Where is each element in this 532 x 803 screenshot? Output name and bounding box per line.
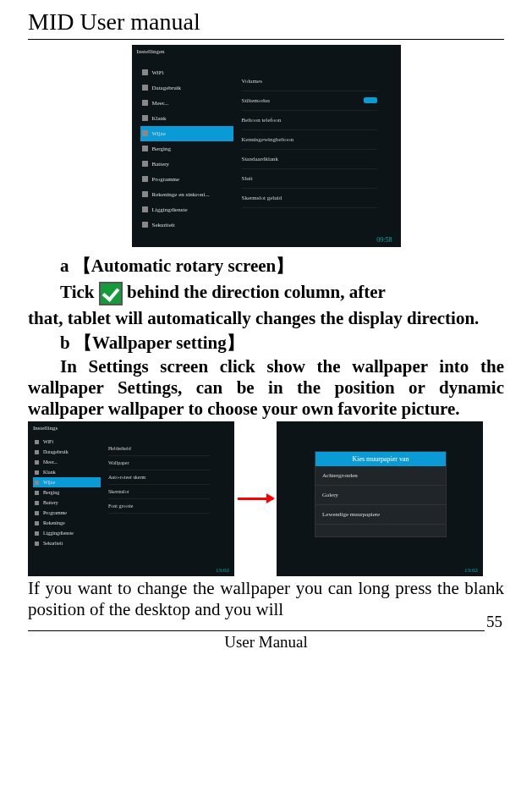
toggle-icon xyxy=(364,97,377,103)
sidebar-item: WiFi xyxy=(33,437,101,447)
dialog-option: Achtergronden xyxy=(315,466,446,486)
screenshot2-content: Helderheid Wallpaper Auto-roteer skerm S… xyxy=(108,442,210,514)
sidebar-item: Rekeninge en sinkroni... xyxy=(140,187,233,202)
tick-prefix: Tick xyxy=(60,282,99,302)
sidebar-item: Berging xyxy=(33,487,101,498)
wallpaper-dialog: Kies muurpapier van Achtergronden Galery… xyxy=(315,451,447,537)
content-row: Stiltemodus xyxy=(242,91,377,111)
sidebar-item: Datagebruik xyxy=(140,80,233,96)
content-row: Skermslot geluid xyxy=(242,189,377,208)
content-row: Volumes xyxy=(242,72,377,91)
figure-settings-screenshot: Instellingen WiFi Datagebruik Meer... Kl… xyxy=(28,45,504,247)
sidebar-item: Rekeninge xyxy=(33,518,101,528)
header-divider xyxy=(28,39,504,40)
screenshot2-sidebar: WiFi Datagebruik Meer... Klank Wijze Ber… xyxy=(33,437,101,548)
arrow-right-icon xyxy=(238,498,273,500)
content-row: Sluit xyxy=(242,169,377,189)
page-footer: 55 User Manual xyxy=(28,630,504,652)
screenshot1-content: Volumes Stiltemodus Beltoon telefoon Ken… xyxy=(242,72,377,208)
screenshot2-time: 13:02 xyxy=(216,567,229,574)
screenshot3-time: 13:02 xyxy=(464,567,478,574)
content-row: Auto-roteer skerm xyxy=(108,470,210,485)
screenshot-wallpaper-dialog: Kies muurpapier van Achtergronden Galery… xyxy=(277,421,483,576)
sidebar-item: Meer... xyxy=(33,457,101,467)
section-b-heading: b 【Wallpaper setting】 xyxy=(28,331,504,355)
dialog-option: Galery xyxy=(315,486,446,505)
sidebar-item-selected: Wijze xyxy=(33,477,101,487)
dialog-option: Lewendige muurpapiere xyxy=(315,505,446,525)
screenshot1-time: 09:58 xyxy=(376,236,392,244)
content-row: Beltoon telefoon xyxy=(242,111,377,130)
section-a-body-cont: that, tablet will automatically changes … xyxy=(28,308,504,329)
sidebar-item: Programme xyxy=(140,172,233,187)
sidebar-item: Programme xyxy=(33,508,101,518)
content-row: Skermslot xyxy=(108,485,210,499)
checkbox-checked-icon xyxy=(99,282,123,305)
sidebar-item: Sekuriteit xyxy=(140,217,233,233)
sidebar-item: Berging xyxy=(140,141,233,157)
sidebar-item: WiFi xyxy=(140,65,233,80)
section-a-heading: a 【Automatic rotary screen】 xyxy=(28,254,504,278)
content-row: Wallpaper xyxy=(108,456,210,470)
figure-two-screenshots: Instellings WiFi Datagebruik Meer... Kla… xyxy=(28,421,504,576)
closing-paragraph: If you want to change the wallpaper you … xyxy=(28,578,504,620)
sidebar-item: Klank xyxy=(33,467,101,477)
document-title: MID User manual xyxy=(28,8,504,36)
sidebar-item: Meer... xyxy=(140,96,233,111)
sidebar-item: Liggingdienste xyxy=(140,202,233,217)
page-number: 55 xyxy=(485,613,504,631)
sidebar-item: Klank xyxy=(140,111,233,126)
screenshot-settings-sound: Instellingen WiFi Datagebruik Meer... Kl… xyxy=(132,45,401,247)
section-a-tick-line: Tick behind the direction column, after xyxy=(28,279,504,306)
sidebar-item: Sekuriteit xyxy=(33,538,101,548)
sidebar-item: Battery xyxy=(33,498,101,508)
screenshot2-title: Instellings xyxy=(33,425,58,432)
content-row: Helderheid xyxy=(108,442,210,456)
content-row: Kennisgewingbeltoon xyxy=(242,130,377,150)
section-b-body: In Settings screen click show the wallpa… xyxy=(28,356,504,420)
screenshot1-title: Instellingen xyxy=(137,48,165,55)
footer-label: User Manual xyxy=(28,633,504,652)
sidebar-item-selected: Wijze xyxy=(140,126,233,141)
sidebar-item: Battery xyxy=(140,157,233,172)
sidebar-item: Datagebruik xyxy=(33,447,101,457)
screenshot-display-settings: Instellings WiFi Datagebruik Meer... Kla… xyxy=(28,421,234,576)
screenshot1-sidebar: WiFi Datagebruik Meer... Klank Wijze Ber… xyxy=(140,65,233,233)
sidebar-item: Liggingdienste xyxy=(33,528,101,538)
content-row: Standaardklank xyxy=(242,150,377,169)
content-row: Font grootte xyxy=(108,499,210,514)
dialog-title: Kies muurpapier van xyxy=(315,452,446,466)
tick-suffix: behind the direction column, after xyxy=(123,282,386,302)
